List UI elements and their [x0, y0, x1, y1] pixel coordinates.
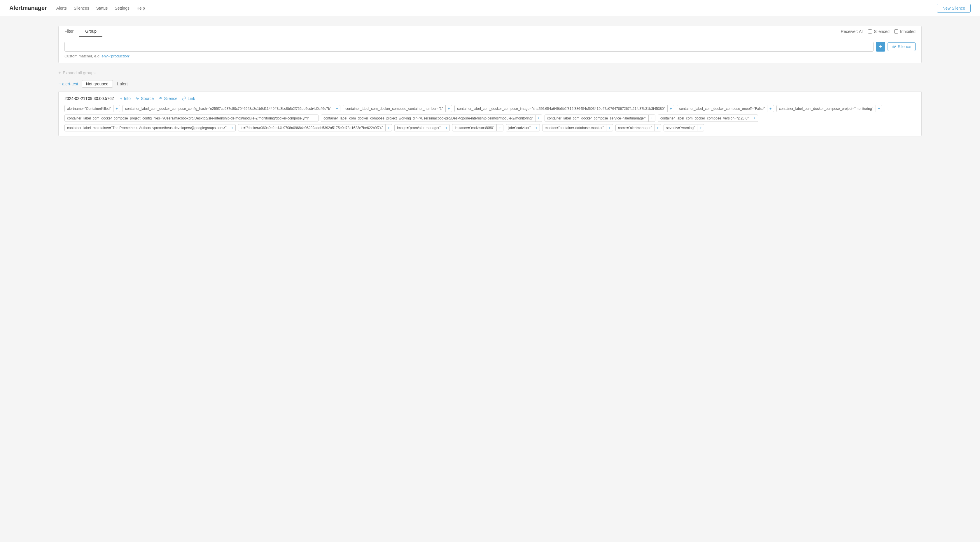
inhibited-checkbox-label[interactable]: Inhibited — [894, 29, 916, 34]
receiver-section: Receiver: All Silenced Inhibited — [841, 29, 921, 34]
label-badge: name="alertmanager"+ — [616, 124, 661, 132]
link-icon — [182, 97, 186, 100]
tab-filter[interactable]: Filter — [59, 26, 80, 37]
label-add-filter-button[interactable]: + — [385, 124, 392, 131]
silenced-checkbox-label[interactable]: Silenced — [868, 29, 889, 34]
nav-alerts[interactable]: Alerts — [56, 6, 67, 11]
label-add-filter-button[interactable]: + — [654, 124, 661, 131]
label-add-filter-button[interactable]: + — [876, 105, 882, 112]
label-text: container_label_com_docker_compose_conta… — [343, 106, 445, 112]
silence-button-label: Silence — [898, 44, 911, 49]
label-add-filter-button[interactable]: + — [445, 105, 452, 112]
plus-small-icon: + — [120, 96, 122, 101]
silence-alert-button[interactable]: Silence — [158, 96, 177, 101]
info-button[interactable]: + Info — [120, 96, 130, 101]
nav-help[interactable]: Help — [137, 6, 145, 11]
label-text: alertname="ContainerKilled" — [65, 106, 113, 112]
label-badge: severity="warning"+ — [663, 124, 705, 132]
silence-alert-label: Silence — [164, 96, 177, 101]
filter-input-row: + Silence — [64, 42, 916, 52]
label-add-filter-button[interactable]: + — [648, 115, 655, 122]
nav-settings[interactable]: Settings — [115, 6, 129, 11]
label-badge: container_label_com_docker_compose_confi… — [123, 105, 340, 112]
label-add-filter-button[interactable]: + — [535, 115, 542, 122]
label-text: container_label_com_docker_compose_proje… — [65, 115, 312, 122]
label-text: container_label_com_docker_compose_versi… — [658, 115, 751, 122]
alert-item: 2024-02-21T09:30:00.576Z + Info Source — [58, 91, 922, 136]
label-add-filter-button[interactable]: + — [767, 105, 774, 112]
labels-container: alertname="ContainerKilled"+container_la… — [64, 105, 916, 132]
label-text: instance="cadvisor:8080" — [452, 125, 496, 131]
label-text: container_label_com_docker_compose_servi… — [545, 115, 649, 122]
tab-group[interactable]: Group — [80, 26, 102, 37]
source-icon — [135, 97, 139, 100]
label-text: container_label_com_docker_compose_oneof… — [677, 106, 767, 112]
silenced-checkbox[interactable] — [868, 29, 872, 33]
label-badge: job="cadvisor"+ — [506, 124, 540, 132]
label-add-filter-button[interactable]: + — [751, 115, 758, 122]
inhibited-label: Inhibited — [900, 29, 916, 34]
filter-input[interactable] — [64, 42, 873, 52]
expand-all-groups[interactable]: + Expand all groups — [58, 70, 922, 76]
inhibited-checkbox[interactable] — [894, 29, 898, 33]
link-button[interactable]: Link — [182, 96, 195, 101]
add-filter-button[interactable]: + — [876, 42, 885, 52]
label-text: container_label_com_docker_compose_confi… — [123, 106, 334, 112]
label-badge: instance="cadvisor:8080"+ — [452, 124, 503, 132]
label-text: container_label_com_docker_compose_image… — [455, 106, 667, 112]
label-badge: image="prom/alertmanager"+ — [395, 124, 450, 132]
label-text: name="alertmanager" — [616, 125, 654, 131]
label-add-filter-button[interactable]: + — [496, 124, 503, 131]
expand-all-plus-icon: + — [58, 70, 61, 76]
alert-group: − alert-test Not grouped 1 alert 2024-02… — [58, 80, 922, 136]
main-content: Filter Group Receiver: All Silenced Inhi… — [0, 16, 980, 151]
label-badge: container_label_maintainer="The Promethe… — [64, 124, 235, 132]
label-add-filter-button[interactable]: + — [229, 124, 235, 131]
silence-filter-button[interactable]: Silence — [888, 42, 916, 51]
silenced-label: Silenced — [874, 29, 889, 34]
label-add-filter-button[interactable]: + — [312, 115, 318, 122]
label-badge: container_label_com_docker_compose_oneof… — [677, 105, 774, 112]
label-add-filter-button[interactable]: + — [443, 124, 450, 131]
group-link[interactable]: − alert-test — [58, 81, 78, 87]
label-badge: id="/docker/c360a9efab14b9708a09684e9620… — [238, 124, 392, 132]
app-brand: Alertmanager — [10, 5, 47, 11]
label-add-filter-button[interactable]: + — [533, 124, 539, 131]
label-add-filter-button[interactable]: + — [667, 105, 674, 112]
link-label: Link — [188, 96, 195, 101]
new-silence-button[interactable]: New Silence — [937, 4, 970, 13]
label-text: monitor="container-database-monitor" — [542, 125, 606, 131]
alert-item-header: 2024-02-21T09:30:00.576Z + Info Source — [64, 96, 916, 101]
label-text: image="prom/alertmanager" — [395, 125, 443, 131]
filter-card: Filter Group Receiver: All Silenced Inhi… — [58, 25, 922, 63]
nav-status[interactable]: Status — [96, 6, 108, 11]
expand-all-label: Expand all groups — [63, 71, 95, 75]
alert-group-header: − alert-test Not grouped 1 alert — [58, 80, 922, 88]
label-add-filter-button[interactable]: + — [606, 124, 613, 131]
label-badge: container_label_com_docker_compose_proje… — [64, 114, 318, 122]
alert-timestamp: 2024-02-21T09:30:00.576Z — [64, 96, 114, 101]
source-label: Source — [141, 96, 154, 101]
label-text: container_label_com_docker_compose_proje… — [777, 106, 876, 112]
label-add-filter-button[interactable]: + — [113, 105, 120, 112]
custom-matcher-text: Custom matcher, e.g. — [64, 54, 100, 58]
source-button[interactable]: Source — [135, 96, 154, 101]
label-badge: monitor="container-database-monitor"+ — [542, 124, 613, 132]
label-badge: container_label_com_docker_compose_versi… — [658, 114, 758, 122]
alert-actions: + Info Source Silence — [120, 96, 195, 101]
label-text: severity="warning" — [664, 125, 697, 131]
navbar-right: New Silence — [937, 4, 970, 13]
label-badge: container_label_com_docker_compose_servi… — [544, 114, 655, 122]
custom-matcher-example[interactable]: env="production" — [102, 54, 130, 58]
receiver-label: Receiver: All — [841, 29, 864, 34]
label-add-filter-button[interactable]: + — [697, 124, 704, 131]
group-link-label: alert-test — [62, 82, 78, 86]
label-badge: container_label_com_docker_compose_proje… — [776, 105, 883, 112]
nav-silences[interactable]: Silences — [74, 6, 89, 11]
minus-icon: − — [58, 81, 61, 87]
label-badge: container_label_com_docker_compose_proje… — [321, 114, 542, 122]
label-text: job="cadvisor" — [506, 125, 533, 131]
info-label: Info — [124, 96, 130, 101]
label-add-filter-button[interactable]: + — [334, 105, 340, 112]
label-text: container_label_com_docker_compose_proje… — [321, 115, 535, 122]
